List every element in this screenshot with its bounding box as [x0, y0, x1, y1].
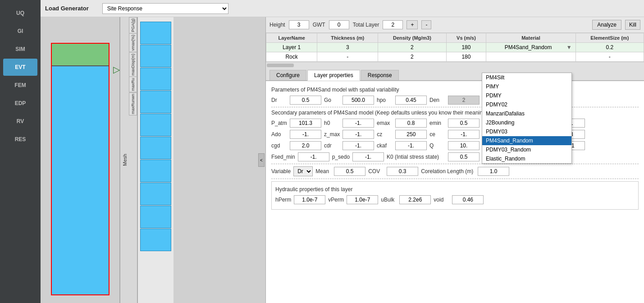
- sidebar-item-evt[interactable]: EVT: [3, 59, 37, 76]
- layer-table: LayerName Thickness (m) Density (Mg/m3) …: [266, 33, 644, 62]
- hperm-label: hPerm: [275, 197, 291, 203]
- zmax-input[interactable]: [343, 130, 374, 139]
- height-label: Height: [269, 22, 285, 28]
- cgd-input[interactable]: [290, 141, 321, 150]
- sidebar-item-fem[interactable]: FEM: [3, 77, 37, 94]
- cell-material-2[interactable]: [486, 52, 575, 62]
- cz-input[interactable]: [395, 130, 427, 139]
- col-thickness: Thickness (m): [317, 33, 378, 43]
- cdr-label: cdr: [324, 142, 340, 149]
- tab-layer-properties[interactable]: Layer properties: [307, 70, 360, 81]
- kill-button[interactable]: Kill: [625, 20, 640, 30]
- cell-vs-1: 180: [446, 43, 486, 52]
- dropdown-item-pdmy[interactable]: PDMY: [482, 91, 571, 100]
- bars-column: [137, 17, 174, 303]
- tab-response[interactable]: Response: [361, 70, 399, 80]
- dropdown-item-pdmy03-random[interactable]: PDMY03_Random: [482, 145, 571, 154]
- void-label: void: [434, 197, 449, 203]
- hydraulic-row: hPerm vPerm uBulk void: [275, 195, 635, 204]
- den-input: [448, 96, 480, 105]
- left-panel: ▷ Mesh PGA(g) vmax(%) maxDisp(m) maxRu m…: [41, 17, 266, 303]
- patm-input[interactable]: [290, 119, 321, 128]
- dropdown-item-pm4sand-random[interactable]: PM4Sand_Random: [482, 136, 571, 145]
- h0-input[interactable]: [343, 119, 374, 128]
- cell-material-1[interactable]: PM4Sand_Random ▼: [486, 43, 575, 52]
- dropdown-item-pdmy02[interactable]: PDMY02: [482, 100, 571, 109]
- ado-input[interactable]: [290, 130, 321, 139]
- site-response-dropdown[interactable]: Site Response: [102, 3, 228, 14]
- ado-label: Ado: [271, 131, 287, 138]
- arrow-indicator: ▷: [113, 64, 120, 75]
- dropdown-item-elastic-random[interactable]: Elastic_Random: [482, 154, 571, 163]
- pga-label: PGA(g): [129, 17, 137, 33]
- col-material: Material: [486, 33, 575, 43]
- secondary-row-2: Ado z_max cz ce phic nu: [271, 130, 639, 139]
- cdr-input[interactable]: [343, 141, 374, 150]
- gwt-input[interactable]: [329, 20, 349, 29]
- table-row[interactable]: Layer 1 3 2 180 PM4Sand_Random ▼ 0.2: [266, 43, 644, 52]
- k0-label: K0 (Intial stress state): [387, 154, 445, 160]
- hperm-input[interactable]: [294, 195, 325, 204]
- bar-7: [140, 160, 171, 182]
- dropdown-item-pdmy03[interactable]: PDMY03: [482, 127, 571, 136]
- add-layer-button[interactable]: +: [406, 20, 418, 29]
- mean-label: Mean: [315, 168, 331, 174]
- void-input[interactable]: [452, 195, 484, 204]
- k0-input[interactable]: [448, 152, 480, 161]
- bar-10: [140, 229, 171, 251]
- go-input[interactable]: [343, 96, 374, 105]
- dropdown-item-j2bounding[interactable]: J2Bounding: [482, 118, 571, 127]
- dr-input[interactable]: [290, 96, 321, 105]
- load-generator-title: Load Generator: [45, 5, 89, 12]
- mean-input[interactable]: [334, 167, 365, 176]
- total-layer-input[interactable]: [383, 20, 403, 29]
- tab-configure[interactable]: Configure: [269, 70, 306, 80]
- emax-input[interactable]: [395, 119, 427, 128]
- cgd-label: cgd: [271, 142, 287, 149]
- sidebar-item-sim[interactable]: SIM: [3, 41, 37, 58]
- vperm-label: vPerm: [328, 197, 344, 203]
- dropdown-item-pimy[interactable]: PIMY: [482, 82, 571, 91]
- main-content: Load Generator Site Response ▷ Mesh: [41, 0, 644, 303]
- vperm-input[interactable]: [347, 195, 378, 204]
- fsedmin-input[interactable]: [298, 152, 329, 161]
- sidebar-item-uq[interactable]: UQ: [3, 5, 37, 22]
- section1-title: Parameters of PM4Sand model with spatial…: [271, 87, 639, 93]
- collapse-button[interactable]: <: [258, 153, 265, 167]
- table-row[interactable]: Rock - 2 180 -: [266, 52, 644, 62]
- remove-layer-button[interactable]: -: [421, 20, 431, 29]
- secondary-row-4: Fsed_min p_sedo K0 (Intial stress state): [271, 152, 639, 161]
- cell-elementsize-2: -: [575, 52, 644, 62]
- variable-select[interactable]: Dr: [293, 166, 313, 176]
- table-wrapper: LayerName Thickness (m) Density (Mg/m3) …: [266, 33, 644, 68]
- ckaf-input[interactable]: [395, 141, 427, 150]
- sidebar-item-gi[interactable]: GI: [3, 23, 37, 40]
- q-input[interactable]: [448, 141, 480, 150]
- psedo-input[interactable]: [352, 152, 384, 161]
- ubulk-input[interactable]: [399, 195, 431, 204]
- analyze-button[interactable]: Analyze: [592, 20, 621, 30]
- den-label: Den: [429, 97, 445, 103]
- hpo-input[interactable]: [395, 96, 427, 105]
- dropdown-item-pm4silt[interactable]: PM4Silt: [482, 73, 571, 82]
- sidebar-item-edp[interactable]: EDP: [3, 95, 37, 112]
- fsedmin-label: Fsed_min: [271, 154, 295, 160]
- correlation-input[interactable]: [478, 167, 509, 176]
- bar-8: [140, 183, 171, 205]
- sidebar-item-res[interactable]: RES: [3, 131, 37, 148]
- cov-input[interactable]: [387, 167, 418, 176]
- psedo-label: p_sedo: [332, 154, 350, 160]
- zmax-label: z_max: [324, 131, 340, 138]
- h-scrollbar[interactable]: [266, 62, 644, 68]
- top-bar: Load Generator Site Response: [41, 0, 644, 17]
- height-input[interactable]: [289, 20, 309, 29]
- sidebar-item-rv[interactable]: RV: [3, 113, 37, 130]
- dr-label: Dr: [271, 97, 287, 103]
- emin-input[interactable]: [448, 119, 480, 128]
- ce-input[interactable]: [448, 130, 480, 139]
- cell-layername-2: Rock: [266, 52, 317, 62]
- soil-column: ▷: [51, 43, 110, 295]
- col-density: Density (Mg/m3): [378, 33, 446, 43]
- bar-9: [140, 206, 171, 228]
- dropdown-item-manzari[interactable]: ManzariDafalias: [482, 109, 571, 118]
